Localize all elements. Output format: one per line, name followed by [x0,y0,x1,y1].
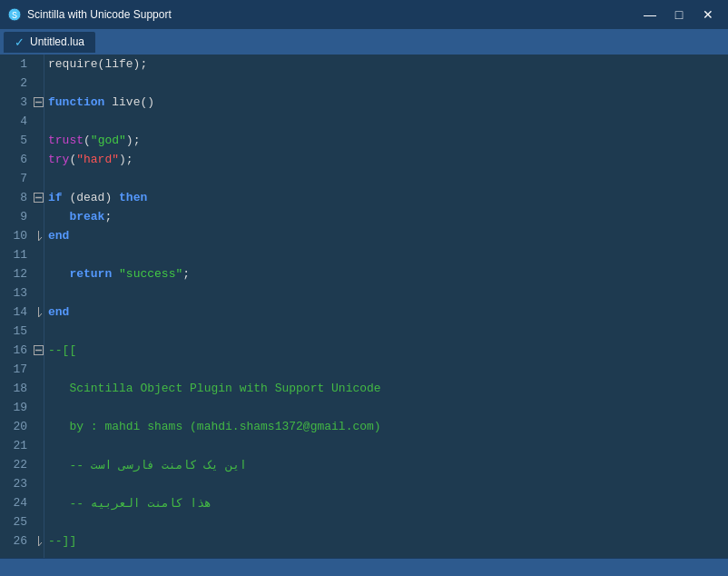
line-number: 23 [0,477,33,491]
fold-marker [33,322,44,341]
code-line [48,436,724,455]
fold-marker [33,169,44,188]
gutter-row: 16 [0,341,44,360]
token-normal: ; [182,267,190,281]
gutter-row: 21 [0,436,44,455]
close-button[interactable]: ✕ [695,5,721,24]
code-line [48,74,724,93]
gutter-row: 9 [0,207,44,226]
code-line [48,398,724,417]
code-line: try("hard"); [48,150,724,169]
gutter-row: 23 [0,474,44,493]
token-comment-green: Scintilla Object Plugin with Support Uni… [48,382,381,395]
gutter-row: 3 [0,93,44,112]
gutter-row: 10 [0,226,44,245]
token-str-green: "success" [119,267,182,281]
line-number: 2 [0,76,33,90]
line-number: 9 [0,210,33,223]
line-number: 24 [0,496,33,510]
fold-marker [33,245,44,264]
token-paren: ); [119,153,133,166]
code-line: Scintilla Object Plugin with Support Uni… [48,379,724,398]
code-line: trust("god"); [48,131,724,150]
gutter-row: 18 [0,379,44,398]
code-line: --]] [48,531,724,551]
line-number: 3 [0,95,33,109]
gutter-row: 13 [0,283,44,303]
fold-marker [33,417,44,436]
code-line: -- هذا كامنت العربيه [48,493,724,512]
code-line [48,245,724,264]
token-normal: (dead) [63,191,119,204]
token-kw-blue: then [119,191,147,204]
code-line [48,112,724,131]
gutter-row: 26 [0,531,44,551]
token-normal: ; [104,210,112,223]
line-number: 19 [0,401,33,414]
svg-line-9 [38,313,42,317]
fold-marker [33,74,44,93]
fold-marker[interactable] [33,531,44,551]
tab-bar: ✓ Untitled.lua [0,29,728,55]
gutter-row: 12 [0,264,44,283]
gutter-row: 17 [0,360,44,379]
token-normal: live() [104,95,154,109]
token-kw-purple: try [48,153,69,166]
gutter-row: 8 [0,188,44,207]
gutter-row: 15 [0,322,44,341]
line-number: 12 [0,267,33,281]
line-number: 21 [0,439,33,452]
code-line [48,169,724,188]
token-normal [112,267,119,281]
minimize-button[interactable]: — [637,5,663,24]
line-number: 25 [0,515,33,529]
line-number: 7 [0,172,33,185]
fold-marker[interactable] [33,303,44,322]
gutter-row: 2 [0,74,44,93]
line-number: 1 [0,57,33,71]
fold-marker [33,512,44,531]
code-line: by : mahdi shams (mahdi.shams1372@gmail.… [48,417,724,436]
editor: 1234567891011121314151617181920212223242… [0,55,728,558]
app-icon: S [7,7,22,22]
gutter-row: 14 [0,303,44,322]
fold-marker [33,283,44,303]
fold-marker [33,112,44,131]
token-normal [48,267,69,281]
status-bar [0,558,728,576]
line-number: 26 [0,534,33,548]
fold-marker[interactable] [33,341,44,360]
token-normal [48,210,69,223]
file-tab[interactable]: ✓ Untitled.lua [4,32,95,53]
fold-marker[interactable] [33,226,44,245]
fold-marker [33,150,44,169]
line-number: 20 [0,420,33,433]
code-line: function live() [48,93,724,112]
line-number: 6 [0,153,33,166]
token-paren: ( [69,153,76,166]
code-area[interactable]: require(life);function live()trust("god"… [44,55,728,558]
gutter-row: 20 [0,417,44,436]
gutter-row: 25 [0,512,44,531]
fold-marker [33,379,44,398]
token-str-red: "hard" [76,153,119,166]
title-bar: S Scintilla with Unicode Support — □ ✕ [0,0,728,29]
fold-marker[interactable] [33,188,44,207]
line-gutter: 1234567891011121314151617181920212223242… [0,55,44,558]
maximize-button[interactable]: □ [666,5,692,24]
tab-check-icon: ✓ [15,35,25,49]
gutter-row: 7 [0,169,44,188]
code-line: --[[ [48,341,724,360]
fold-marker [33,207,44,226]
code-line [48,474,724,493]
code-line: require(life); [48,55,724,74]
code-line: end [48,303,724,322]
fold-marker[interactable] [33,93,44,112]
code-line: end [48,226,724,245]
gutter-row: 1 [0,55,44,74]
token-kw-blue: function [48,95,104,109]
svg-line-13 [38,542,42,546]
gutter-row: 24 [0,493,44,512]
code-line [48,512,724,531]
token-kw-blue: return [69,267,112,281]
